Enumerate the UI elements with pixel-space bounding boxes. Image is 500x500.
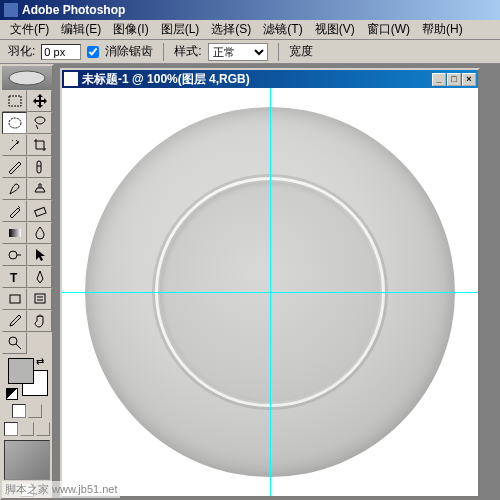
menu-select[interactable]: 选择(S) bbox=[205, 19, 257, 40]
app-icon bbox=[4, 3, 18, 17]
svg-rect-10 bbox=[35, 294, 45, 303]
marquee-rect-tool[interactable] bbox=[2, 90, 27, 112]
svg-rect-6 bbox=[9, 229, 21, 237]
menu-image[interactable]: 图像(I) bbox=[107, 19, 154, 40]
menu-file[interactable]: 文件(F) bbox=[4, 19, 55, 40]
swap-colors-icon[interactable]: ⇄ bbox=[36, 356, 46, 366]
svg-point-3 bbox=[17, 141, 19, 143]
eraser-tool[interactable] bbox=[27, 200, 52, 222]
menu-edit[interactable]: 编辑(E) bbox=[55, 19, 107, 40]
shape-tool[interactable] bbox=[2, 288, 27, 310]
standard-mode-button[interactable] bbox=[12, 404, 26, 418]
style-label: 样式: bbox=[174, 43, 201, 60]
close-button[interactable]: × bbox=[462, 73, 476, 86]
type-tool[interactable]: T bbox=[2, 266, 27, 288]
history-brush-tool[interactable] bbox=[2, 200, 27, 222]
app-titlebar: Adobe Photoshop bbox=[0, 0, 500, 20]
pen-tool[interactable] bbox=[27, 266, 52, 288]
svg-rect-5 bbox=[34, 207, 45, 216]
feather-input[interactable] bbox=[41, 44, 81, 60]
svg-point-0 bbox=[9, 71, 45, 85]
screen-full-menu-button[interactable] bbox=[20, 422, 34, 436]
workspace: T ⇄ 未标题-1 @ 100%(图层 4,R bbox=[0, 64, 500, 500]
document-icon bbox=[64, 72, 78, 86]
toolbox: T ⇄ bbox=[0, 64, 54, 500]
menu-filter[interactable]: 滤镜(T) bbox=[257, 19, 308, 40]
maximize-button[interactable]: □ bbox=[447, 73, 461, 86]
svg-point-2 bbox=[9, 118, 21, 128]
path-select-tool[interactable] bbox=[27, 244, 52, 266]
notes-tool[interactable] bbox=[27, 288, 52, 310]
dodge-tool[interactable] bbox=[2, 244, 27, 266]
color-swatches: ⇄ bbox=[4, 356, 50, 400]
antialias-checkbox[interactable] bbox=[87, 46, 99, 58]
divider bbox=[163, 43, 164, 61]
width-label: 宽度 bbox=[289, 43, 313, 60]
slice-tool[interactable] bbox=[2, 156, 27, 178]
move-tool[interactable] bbox=[27, 90, 52, 112]
default-colors-icon[interactable] bbox=[6, 388, 18, 400]
svg-point-7 bbox=[9, 251, 17, 259]
eyedropper-tool[interactable] bbox=[2, 310, 27, 332]
app-title: Adobe Photoshop bbox=[22, 3, 496, 17]
menubar: 文件(F) 编辑(E) 图像(I) 图层(L) 选择(S) 滤镜(T) 视图(V… bbox=[0, 20, 500, 40]
guide-horizontal[interactable] bbox=[62, 292, 478, 293]
toolbox-header-icon bbox=[2, 66, 52, 90]
brush-tool[interactable] bbox=[2, 178, 27, 200]
divider bbox=[278, 43, 279, 61]
document-titlebar[interactable]: 未标题-1 @ 100%(图层 4,RGB) _ □ × bbox=[62, 70, 478, 88]
toolbox-preview bbox=[4, 440, 50, 480]
svg-point-11 bbox=[9, 337, 17, 345]
minimize-button[interactable]: _ bbox=[432, 73, 446, 86]
feather-label: 羽化: bbox=[8, 43, 35, 60]
document-canvas[interactable] bbox=[62, 88, 478, 496]
screen-standard-button[interactable] bbox=[4, 422, 18, 436]
healing-brush-tool[interactable] bbox=[27, 156, 52, 178]
gradient-tool[interactable] bbox=[2, 222, 27, 244]
foreground-color-swatch[interactable] bbox=[8, 358, 34, 384]
menu-help[interactable]: 帮助(H) bbox=[416, 19, 469, 40]
svg-text:T: T bbox=[10, 271, 18, 285]
svg-rect-4 bbox=[37, 161, 41, 173]
antialias-label: 消除锯齿 bbox=[105, 43, 153, 60]
marquee-ellipse-tool[interactable] bbox=[2, 112, 27, 134]
screen-full-button[interactable] bbox=[36, 422, 50, 436]
svg-rect-9 bbox=[10, 295, 20, 303]
hand-tool[interactable] bbox=[27, 310, 52, 332]
blur-tool[interactable] bbox=[27, 222, 52, 244]
clone-stamp-tool[interactable] bbox=[27, 178, 52, 200]
lasso-tool[interactable] bbox=[27, 112, 52, 134]
menu-window[interactable]: 窗口(W) bbox=[361, 19, 416, 40]
options-bar: 羽化: 消除锯齿 样式: 正常 宽度 bbox=[0, 40, 500, 64]
zoom-tool[interactable] bbox=[2, 332, 27, 354]
document-title: 未标题-1 @ 100%(图层 4,RGB) bbox=[82, 71, 431, 88]
magic-wand-tool[interactable] bbox=[2, 134, 27, 156]
crop-tool[interactable] bbox=[27, 134, 52, 156]
quickmask-mode-button[interactable] bbox=[28, 404, 42, 418]
svg-rect-1 bbox=[9, 96, 21, 106]
watermark: 脚本之家 www.jb51.net bbox=[2, 481, 120, 498]
document-window: 未标题-1 @ 100%(图层 4,RGB) _ □ × bbox=[60, 68, 480, 498]
menu-layer[interactable]: 图层(L) bbox=[155, 19, 206, 40]
style-select[interactable]: 正常 bbox=[208, 43, 268, 61]
menu-view[interactable]: 视图(V) bbox=[309, 19, 361, 40]
